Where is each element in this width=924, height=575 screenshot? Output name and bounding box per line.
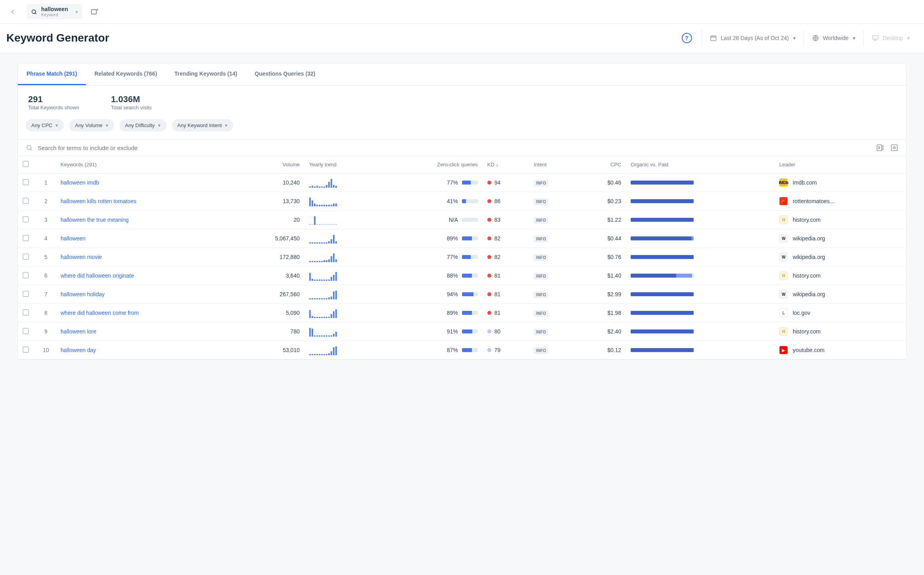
region-selector[interactable]: Worldwide ▾ [804,30,863,46]
kd-dot [487,329,491,333]
desktop-icon [872,34,879,42]
total-keywords-value: 291 [28,94,79,105]
keyword-link[interactable]: halloween movie [61,254,102,260]
trend-sparkline [309,196,376,206]
filter-label: Any Volume [75,122,102,128]
row-checkbox[interactable] [23,253,29,260]
keyword-link[interactable]: where did halloween come from [61,310,139,316]
keyword-link[interactable]: halloween imdb [61,179,99,186]
row-checkbox[interactable] [23,309,29,316]
select-all-checkbox[interactable] [23,161,29,167]
chevron-down-icon: ▾ [75,9,78,15]
table-search-input[interactable] [38,145,871,151]
col-kd[interactable]: KD ↓ [483,156,529,173]
leader-favicon: H [779,271,788,280]
svg-rect-1 [91,10,97,14]
col-volume[interactable]: Volume [235,156,304,173]
filter-label: Any Keyword Intent [177,122,222,128]
filter-label: Any Difficulty [125,122,155,128]
search-icon [31,9,37,15]
chevron-down-icon: ▾ [225,122,228,128]
cpc-value: $0.46 [578,173,626,192]
tab[interactable]: Related Keywords (766) [86,63,166,85]
filter-pill[interactable]: Any Keyword Intent▾ [172,119,234,131]
leader-domain[interactable]: history.com [793,328,821,335]
kd-value: 82 [494,254,501,260]
table-row: 5halloween movie172,88077%82INFO$0.76Wwi… [18,248,906,267]
leader-favicon: IMDb [779,178,788,187]
intent-badge: INFO [534,236,548,242]
device-selector[interactable]: Desktop ▾ [863,30,918,46]
row-checkbox[interactable] [23,347,29,353]
table-settings-icon[interactable] [890,144,898,152]
leader-domain[interactable]: wikipedia.org [793,291,825,297]
tab[interactable]: Phrase Match (291) [18,63,86,85]
compare-button[interactable] [90,8,99,16]
leader-domain[interactable]: wikipedia.org [793,254,825,260]
filter-pill[interactable]: Any Difficulty▾ [120,119,166,131]
zero-click-bar [462,199,478,203]
export-excel-icon[interactable] [876,144,884,152]
col-org[interactable]: Organic vs. Paid [626,156,774,173]
zero-click-bar [462,292,478,296]
organic-paid-bar [631,199,694,203]
row-checkbox[interactable] [23,216,29,223]
keyword-link[interactable]: halloween holiday [61,291,105,297]
zero-click-bar [462,255,478,259]
col-trend[interactable]: Yearly trend [304,156,380,173]
row-checkbox[interactable] [23,235,29,241]
row-checkbox[interactable] [23,179,29,185]
kd-value: 94 [494,179,501,186]
row-checkbox[interactable] [23,198,29,204]
leader-domain[interactable]: rottentomatoes... [793,198,834,204]
trend-sparkline [309,215,376,225]
help-icon[interactable]: ? [682,33,692,43]
leader-domain[interactable]: wikipedia.org [793,235,825,242]
zero-click-bar [462,274,478,278]
organic-paid-bar [631,292,694,296]
leader-domain[interactable]: loc.gov [793,310,810,316]
date-range-selector[interactable]: Last 28 Days (As of Oct 24) ▾ [702,30,804,46]
zero-click-bar [462,329,478,333]
leader-domain[interactable]: imdb.com [793,179,817,186]
leader-favicon: ▶ [779,346,788,354]
filter-pill[interactable]: Any CPC▾ [26,119,64,131]
keyword-link[interactable]: where did halloween originate [61,272,134,279]
keyword-selector[interactable]: halloween Keyword ▾ [27,4,82,19]
keyword-link[interactable]: halloween lore [61,328,96,335]
row-index: 6 [36,267,56,285]
cpc-value: $0.76 [578,248,626,267]
keyword-link[interactable]: halloween day [61,347,96,353]
keyword-link[interactable]: halloween kills rotten tomatoes [61,198,136,204]
col-cpc[interactable]: CPC [578,156,626,173]
keyword-sublabel: Keyword [41,12,68,17]
row-checkbox[interactable] [23,291,29,297]
kd-dot [487,348,491,352]
row-index: 2 [36,192,56,211]
keyword-link[interactable]: halloween the true meaning [61,217,129,223]
leader-domain[interactable]: history.com [793,217,821,223]
col-leader[interactable]: Leader [774,156,906,173]
zero-click-value: 41% [447,198,458,204]
col-zero[interactable]: Zero-click queries [380,156,483,173]
total-visits-value: 1.036M [111,94,152,105]
row-index: 7 [36,285,56,304]
col-keywords[interactable]: Keywords (291) [56,156,235,173]
col-intent[interactable]: Intent [529,156,578,173]
row-checkbox[interactable] [23,272,29,278]
row-checkbox[interactable] [23,328,29,334]
keyword-link[interactable]: halloween [61,235,86,242]
leader-domain[interactable]: youtube.com [793,347,824,353]
trend-sparkline [309,270,376,281]
row-index: 8 [36,304,56,322]
filter-pill[interactable]: Any Volume▾ [69,119,114,131]
back-button[interactable] [6,6,19,18]
cpc-value: $0.44 [578,229,626,248]
leader-favicon: 🍅 [779,197,788,206]
cpc-value: $0.23 [578,192,626,211]
leader-domain[interactable]: history.com [793,272,821,279]
total-keywords-label: Total Keywords shown [28,105,79,110]
tab[interactable]: Questions Queries (32) [246,63,324,85]
chevron-down-icon: ▾ [853,35,856,41]
tab[interactable]: Trending Keywords (14) [166,63,246,85]
